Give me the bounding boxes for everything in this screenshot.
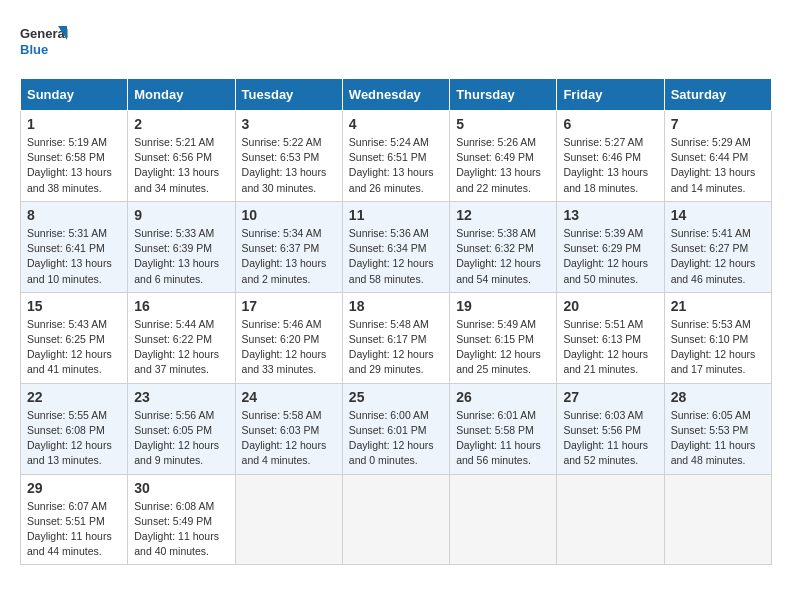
calendar-day: 6Sunrise: 5:27 AMSunset: 6:46 PMDaylight… — [557, 111, 664, 202]
calendar-day: 16Sunrise: 5:44 AMSunset: 6:22 PMDayligh… — [128, 292, 235, 383]
calendar-day: 10Sunrise: 5:34 AMSunset: 6:37 PMDayligh… — [235, 201, 342, 292]
day-info: Sunrise: 5:48 AMSunset: 6:17 PMDaylight:… — [349, 317, 443, 378]
calendar-day — [235, 474, 342, 565]
calendar-day: 1Sunrise: 5:19 AMSunset: 6:58 PMDaylight… — [21, 111, 128, 202]
calendar-day: 12Sunrise: 5:38 AMSunset: 6:32 PMDayligh… — [450, 201, 557, 292]
day-info: Sunrise: 5:43 AMSunset: 6:25 PMDaylight:… — [27, 317, 121, 378]
day-number: 15 — [27, 298, 121, 314]
calendar-day: 24Sunrise: 5:58 AMSunset: 6:03 PMDayligh… — [235, 383, 342, 474]
day-info: Sunrise: 5:26 AMSunset: 6:49 PMDaylight:… — [456, 135, 550, 196]
day-info: Sunrise: 6:00 AMSunset: 6:01 PMDaylight:… — [349, 408, 443, 469]
day-number: 19 — [456, 298, 550, 314]
day-number: 8 — [27, 207, 121, 223]
day-info: Sunrise: 5:22 AMSunset: 6:53 PMDaylight:… — [242, 135, 336, 196]
calendar-day: 4Sunrise: 5:24 AMSunset: 6:51 PMDaylight… — [342, 111, 449, 202]
day-info: Sunrise: 5:21 AMSunset: 6:56 PMDaylight:… — [134, 135, 228, 196]
calendar-day: 3Sunrise: 5:22 AMSunset: 6:53 PMDaylight… — [235, 111, 342, 202]
day-info: Sunrise: 5:49 AMSunset: 6:15 PMDaylight:… — [456, 317, 550, 378]
day-info: Sunrise: 5:39 AMSunset: 6:29 PMDaylight:… — [563, 226, 657, 287]
day-number: 18 — [349, 298, 443, 314]
day-number: 10 — [242, 207, 336, 223]
day-info: Sunrise: 5:36 AMSunset: 6:34 PMDaylight:… — [349, 226, 443, 287]
day-info: Sunrise: 5:55 AMSunset: 6:08 PMDaylight:… — [27, 408, 121, 469]
day-info: Sunrise: 5:24 AMSunset: 6:51 PMDaylight:… — [349, 135, 443, 196]
day-info: Sunrise: 5:34 AMSunset: 6:37 PMDaylight:… — [242, 226, 336, 287]
page-header: General Blue — [20, 20, 772, 62]
day-number: 22 — [27, 389, 121, 405]
day-number: 30 — [134, 480, 228, 496]
calendar-day: 25Sunrise: 6:00 AMSunset: 6:01 PMDayligh… — [342, 383, 449, 474]
day-number: 14 — [671, 207, 765, 223]
day-info: Sunrise: 5:38 AMSunset: 6:32 PMDaylight:… — [456, 226, 550, 287]
day-info: Sunrise: 6:08 AMSunset: 5:49 PMDaylight:… — [134, 499, 228, 560]
day-info: Sunrise: 5:27 AMSunset: 6:46 PMDaylight:… — [563, 135, 657, 196]
calendar-day: 27Sunrise: 6:03 AMSunset: 5:56 PMDayligh… — [557, 383, 664, 474]
day-number: 17 — [242, 298, 336, 314]
logo: General Blue — [20, 20, 70, 62]
day-number: 26 — [456, 389, 550, 405]
day-info: Sunrise: 5:33 AMSunset: 6:39 PMDaylight:… — [134, 226, 228, 287]
day-number: 21 — [671, 298, 765, 314]
day-number: 5 — [456, 116, 550, 132]
calendar-day: 5Sunrise: 5:26 AMSunset: 6:49 PMDaylight… — [450, 111, 557, 202]
day-number: 6 — [563, 116, 657, 132]
day-header-friday: Friday — [557, 79, 664, 111]
calendar-day: 21Sunrise: 5:53 AMSunset: 6:10 PMDayligh… — [664, 292, 771, 383]
calendar-week-4: 22Sunrise: 5:55 AMSunset: 6:08 PMDayligh… — [21, 383, 772, 474]
day-header-monday: Monday — [128, 79, 235, 111]
day-header-sunday: Sunday — [21, 79, 128, 111]
calendar-day: 17Sunrise: 5:46 AMSunset: 6:20 PMDayligh… — [235, 292, 342, 383]
calendar-day: 11Sunrise: 5:36 AMSunset: 6:34 PMDayligh… — [342, 201, 449, 292]
day-number: 7 — [671, 116, 765, 132]
day-number: 2 — [134, 116, 228, 132]
calendar-day: 28Sunrise: 6:05 AMSunset: 5:53 PMDayligh… — [664, 383, 771, 474]
day-info: Sunrise: 5:31 AMSunset: 6:41 PMDaylight:… — [27, 226, 121, 287]
day-header-wednesday: Wednesday — [342, 79, 449, 111]
calendar-week-1: 1Sunrise: 5:19 AMSunset: 6:58 PMDaylight… — [21, 111, 772, 202]
day-number: 28 — [671, 389, 765, 405]
day-info: Sunrise: 5:46 AMSunset: 6:20 PMDaylight:… — [242, 317, 336, 378]
calendar-day: 23Sunrise: 5:56 AMSunset: 6:05 PMDayligh… — [128, 383, 235, 474]
day-header-tuesday: Tuesday — [235, 79, 342, 111]
calendar-day: 19Sunrise: 5:49 AMSunset: 6:15 PMDayligh… — [450, 292, 557, 383]
day-info: Sunrise: 5:41 AMSunset: 6:27 PMDaylight:… — [671, 226, 765, 287]
calendar-day — [450, 474, 557, 565]
day-header-saturday: Saturday — [664, 79, 771, 111]
day-number: 9 — [134, 207, 228, 223]
day-number: 4 — [349, 116, 443, 132]
day-number: 12 — [456, 207, 550, 223]
day-info: Sunrise: 6:07 AMSunset: 5:51 PMDaylight:… — [27, 499, 121, 560]
day-number: 27 — [563, 389, 657, 405]
calendar-day: 13Sunrise: 5:39 AMSunset: 6:29 PMDayligh… — [557, 201, 664, 292]
calendar-day: 30Sunrise: 6:08 AMSunset: 5:49 PMDayligh… — [128, 474, 235, 565]
day-info: Sunrise: 6:03 AMSunset: 5:56 PMDaylight:… — [563, 408, 657, 469]
calendar-day: 18Sunrise: 5:48 AMSunset: 6:17 PMDayligh… — [342, 292, 449, 383]
day-info: Sunrise: 5:53 AMSunset: 6:10 PMDaylight:… — [671, 317, 765, 378]
calendar-week-3: 15Sunrise: 5:43 AMSunset: 6:25 PMDayligh… — [21, 292, 772, 383]
day-info: Sunrise: 5:19 AMSunset: 6:58 PMDaylight:… — [27, 135, 121, 196]
day-number: 29 — [27, 480, 121, 496]
day-info: Sunrise: 5:44 AMSunset: 6:22 PMDaylight:… — [134, 317, 228, 378]
calendar-day: 29Sunrise: 6:07 AMSunset: 5:51 PMDayligh… — [21, 474, 128, 565]
day-header-thursday: Thursday — [450, 79, 557, 111]
svg-text:Blue: Blue — [20, 42, 48, 57]
calendar-day — [664, 474, 771, 565]
day-number: 25 — [349, 389, 443, 405]
logo-svg: General Blue — [20, 20, 70, 62]
calendar-day — [557, 474, 664, 565]
calendar-table: SundayMondayTuesdayWednesdayThursdayFrid… — [20, 78, 772, 565]
calendar-day: 9Sunrise: 5:33 AMSunset: 6:39 PMDaylight… — [128, 201, 235, 292]
day-number: 16 — [134, 298, 228, 314]
day-info: Sunrise: 6:05 AMSunset: 5:53 PMDaylight:… — [671, 408, 765, 469]
calendar-week-5: 29Sunrise: 6:07 AMSunset: 5:51 PMDayligh… — [21, 474, 772, 565]
day-info: Sunrise: 5:56 AMSunset: 6:05 PMDaylight:… — [134, 408, 228, 469]
calendar-day: 22Sunrise: 5:55 AMSunset: 6:08 PMDayligh… — [21, 383, 128, 474]
calendar-day: 14Sunrise: 5:41 AMSunset: 6:27 PMDayligh… — [664, 201, 771, 292]
day-number: 3 — [242, 116, 336, 132]
calendar-day: 26Sunrise: 6:01 AMSunset: 5:58 PMDayligh… — [450, 383, 557, 474]
calendar-day: 15Sunrise: 5:43 AMSunset: 6:25 PMDayligh… — [21, 292, 128, 383]
calendar-day: 2Sunrise: 5:21 AMSunset: 6:56 PMDaylight… — [128, 111, 235, 202]
calendar-week-2: 8Sunrise: 5:31 AMSunset: 6:41 PMDaylight… — [21, 201, 772, 292]
days-header-row: SundayMondayTuesdayWednesdayThursdayFrid… — [21, 79, 772, 111]
day-number: 13 — [563, 207, 657, 223]
